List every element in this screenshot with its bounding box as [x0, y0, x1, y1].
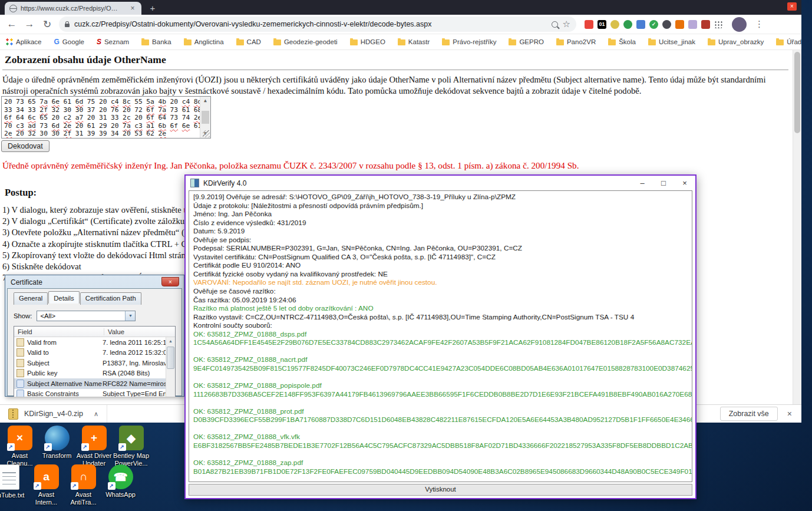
verify-line: OK: 635812_ZPMZ_01888_dsps.pdf: [193, 330, 688, 339]
resize-grip[interactable]: [203, 130, 210, 137]
tab-general[interactable]: General: [14, 292, 48, 305]
maximize-button[interactable]: □: [653, 176, 674, 190]
show-all-downloads-button[interactable]: Zobrazit vše: [720, 407, 778, 421]
scrollbar-thumb[interactable]: [167, 347, 174, 369]
folder-icon: [776, 39, 784, 45]
extension-icon[interactable]: [675, 20, 684, 29]
chevron-down-icon[interactable]: ▼: [125, 311, 135, 321]
back-icon[interactable]: ←: [6, 18, 18, 30]
print-button[interactable]: Vytisknout: [189, 484, 692, 496]
hex-input-textarea[interactable]: 2073657a6e616d7520c48c555a4b20c48d2e2032…: [1, 96, 211, 139]
close-icon[interactable]: ×: [161, 277, 179, 286]
bookmark-item[interactable]: Úřady: [776, 38, 801, 46]
download-filename[interactable]: KDirSign_v4-0.zip: [24, 410, 83, 418]
extension-icon[interactable]: [585, 20, 593, 29]
cert-field-row[interactable]: Basic ConstraintsSubject Type=End Entity…: [14, 389, 175, 397]
bookmark-item[interactable]: Katastr: [398, 38, 430, 46]
decode-button[interactable]: Dekodovat: [1, 140, 49, 152]
star-icon[interactable]: ☆: [563, 19, 570, 29]
bookmark-item[interactable]: HDGEO: [350, 38, 385, 46]
hex-byte: 70: [4, 122, 12, 130]
cert-field-row[interactable]: Valid from7. ledna 2011 16:25:17: [14, 337, 175, 348]
desktop-icon[interactable]: ↗Transform: [38, 426, 75, 467]
extension-icon[interactable]: [662, 20, 671, 29]
bookmark-item[interactable]: Ucitse_jinak: [648, 38, 695, 46]
scroll-up-icon[interactable]: ▲: [200, 97, 210, 105]
extension-icon[interactable]: [688, 20, 697, 29]
extension-icon[interactable]: [623, 20, 632, 29]
search-icon[interactable]: [552, 21, 558, 28]
url-text[interactable]: cuzk.cz/Predpisy/Ostatni-dokumenty/Overo…: [74, 20, 547, 28]
hex-byte: 2c: [123, 114, 131, 121]
tab-close-icon[interactable]: ×: [128, 4, 137, 12]
extension-icon[interactable]: [610, 20, 619, 29]
desktop-icon[interactable]: a↗Avast Intern...: [28, 464, 65, 506]
scrollbar[interactable]: ▲: [166, 337, 175, 397]
bookmark-item[interactable]: CAD: [236, 38, 261, 46]
close-button[interactable]: ×: [674, 176, 695, 190]
hex-byte: a7: [75, 114, 84, 121]
bookmark-item[interactable]: Pano2VR: [556, 38, 596, 46]
bookmark-item[interactable]: Právo-rejstříky: [442, 38, 496, 46]
verify-line: OK: 635812_ZPMZ_01888_prot.pdf: [193, 407, 688, 416]
tab-certification-path[interactable]: Certification Path: [80, 292, 141, 305]
extension-icon[interactable]: ✓: [649, 20, 658, 29]
page-scrollbar[interactable]: [793, 50, 801, 404]
extension-icon[interactable]: [714, 21, 722, 28]
new-tab-button[interactable]: +: [147, 3, 158, 13]
bookmark-item[interactable]: Geodezie-geodeti: [273, 38, 338, 46]
bookmark-label: Google: [62, 38, 84, 45]
desktop-icon[interactable]: ×↗Avast Cleanu...: [1, 426, 38, 467]
cert-field-row[interactable]: Valid to7. ledna 2012 15:32:00: [14, 348, 175, 358]
hex-byte: 33: [28, 106, 36, 114]
globe-favicon-icon: [9, 5, 17, 12]
cert-field-row[interactable]: Public keyRSA (2048 Bits): [14, 368, 175, 379]
bookmark-item[interactable]: Anglictina: [184, 38, 224, 46]
hex-byte: 4b: [158, 98, 166, 106]
bookmark-item[interactable]: Aplikace: [6, 38, 41, 46]
desktop-icon[interactable]: ☎↗WhatsApp: [102, 464, 139, 506]
bookmark-item[interactable]: Uprav_obrazky: [708, 38, 764, 46]
scroll-up-icon[interactable]: ▲: [166, 337, 175, 345]
forward-icon[interactable]: →: [24, 18, 35, 30]
hex-byte: 64: [158, 114, 166, 121]
hex-byte: 37: [87, 106, 95, 114]
hex-byte: 20: [99, 98, 107, 106]
avast-driver-icon: +↗: [82, 426, 107, 450]
bookmark-item[interactable]: GEPRO: [509, 38, 544, 46]
verify-line: Čas razítka: 05.09.2019 19:24:06: [193, 296, 688, 305]
cert-field-row[interactable]: Subject Alternative NameRFC822 Name=miro…: [14, 378, 175, 389]
extension-icon[interactable]: [636, 20, 645, 29]
menu-icon[interactable]: ⋮: [755, 19, 762, 29]
hex-byte: 6b: [158, 122, 166, 130]
show-dropdown[interactable]: <All> ▼: [37, 311, 136, 321]
verify-line: Číslo z evidence výsledků: 431/2019: [193, 219, 688, 228]
scrollbar-thumb[interactable]: [794, 52, 800, 133]
bookmark-item[interactable]: Banka: [141, 38, 171, 46]
desktop-icon[interactable]: ◆↗Bentley Map PowerVie...: [113, 426, 150, 467]
tab-details[interactable]: Details: [48, 291, 80, 304]
verify-log: [9.9.2019] Ověřuje se adresář: S:\HOTOVO…: [189, 190, 692, 482]
chevron-up-icon[interactable]: ∧: [94, 410, 98, 418]
verify-line: VAROVÁNÍ: Nepodařilo se najít std. zázna…: [193, 278, 688, 287]
extension-icon[interactable]: [701, 20, 710, 29]
url-bar[interactable]: cuzk.cz/Predpisy/Ostatni-dokumenty/Overo…: [59, 17, 576, 32]
bookmark-item[interactable]: SSeznam: [97, 38, 129, 46]
window-close-icon[interactable]: ×: [787, 2, 797, 11]
desktop-icon[interactable]: +↗Avast Driver Updater: [75, 426, 113, 467]
minimize-button[interactable]: –: [632, 176, 653, 190]
desktop-icon[interactable]: ∩↗Avast AntiTra...: [65, 464, 102, 506]
browser-tab[interactable]: https://www.cuzk.cz/Predpisy/O… ×: [5, 2, 141, 15]
avatar[interactable]: [732, 17, 747, 32]
close-shelf-icon[interactable]: ×: [787, 409, 792, 418]
page-title: Zobrazení obsahu údaje OtherName: [5, 54, 166, 66]
window-titlebar[interactable]: KDirVerify 4.0 – □ ×: [186, 176, 695, 190]
bookmark-item[interactable]: Škola: [608, 38, 636, 46]
desktop-icon[interactable]: ouTube.txt: [0, 464, 28, 506]
bookmark-label: GEPRO: [519, 38, 544, 45]
cert-field-row[interactable]: SubjectP13837, Ing. Miroslava Hanuš...: [14, 358, 175, 368]
scrollbar-thumb[interactable]: [202, 111, 209, 124]
extension-icon[interactable]: 01: [598, 20, 606, 29]
reload-icon[interactable]: ↻: [41, 18, 53, 31]
bookmark-item[interactable]: GGoogle: [54, 38, 84, 46]
